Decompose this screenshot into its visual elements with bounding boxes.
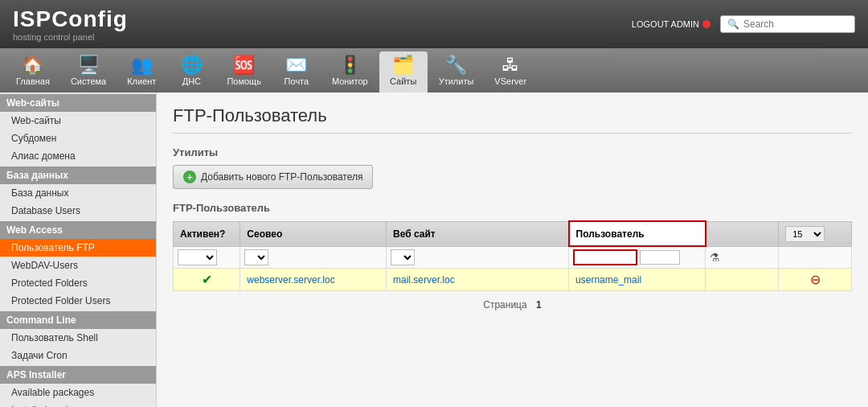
per-page-select[interactable]: 15 25 50 100	[785, 226, 825, 242]
table-header-row: Активен? Сеовео Веб сайт Пользователь	[174, 221, 852, 246]
filter-username-extra-input[interactable]	[640, 250, 680, 265]
nav-icon: 🏠	[22, 56, 43, 74]
sidebar-item-задачи-cron[interactable]: Задачи Cron	[0, 347, 156, 364]
pagination: Страница 1	[173, 299, 852, 310]
logout-dot-icon	[702, 20, 710, 28]
header-right: LOGOUT ADMIN 🔍	[632, 15, 855, 33]
nav-item-помощь[interactable]: 🆘 Помощь	[217, 51, 271, 92]
table-filter-row: Да Нет	[174, 246, 852, 269]
nav-icon: 👥	[131, 56, 153, 74]
cell-server: webserver.server.loc	[240, 269, 387, 291]
active-icon: ✔	[202, 273, 212, 286]
cell-extra	[706, 269, 779, 291]
sidebar-section-aps-installer: APS Installer	[0, 366, 156, 384]
nav-icon: ✉️	[285, 56, 307, 74]
nav-label: Система	[71, 76, 106, 86]
sidebar-item-субдомен[interactable]: Субдомен	[0, 130, 156, 147]
ftp-users-table: Активен? Сеовео Веб сайт Пользователь	[173, 220, 852, 291]
logo-title: ISPConfig	[13, 6, 128, 32]
search-box: 🔍	[720, 15, 855, 33]
sidebar-item-база-данных[interactable]: База данных	[0, 184, 156, 202]
col-header-perpage: 15 25 50 100	[779, 221, 852, 246]
header: ISPConfig hosting control panel LOGOUT A…	[0, 0, 868, 48]
utilities-label: Утилиты	[173, 146, 852, 158]
delete-icon[interactable]: ⊖	[810, 273, 821, 286]
content-area: FTP-Пользователь Утилиты + Добавить ново…	[157, 92, 868, 407]
nav-label: Утилиты	[439, 76, 474, 86]
cell-actions: ⊖	[779, 269, 852, 291]
sidebar: Web-сайтыWeb-сайтыСубдоменАлиас доменаБа…	[0, 92, 157, 407]
nav-label: Монитор	[332, 76, 368, 86]
sidebar-item-available-packages[interactable]: Available packages	[0, 384, 156, 401]
col-header-active: Активен?	[174, 221, 240, 246]
nav-label: ДНС	[182, 76, 201, 86]
filter-website-select[interactable]	[391, 249, 415, 265]
nav-item-сайты[interactable]: 🗂️ Сайты	[379, 51, 428, 92]
col-header-extra	[706, 221, 779, 246]
filter-username	[569, 246, 706, 269]
nav-icon: 🗂️	[392, 56, 414, 74]
col-header-website: Веб сайт	[386, 221, 568, 246]
col-header-username: Пользователь	[569, 221, 706, 246]
search-input[interactable]	[743, 18, 848, 30]
sidebar-item-protected-folders[interactable]: Protected Folders	[0, 274, 156, 292]
nav-item-клиент[interactable]: 👥 Клиент	[117, 51, 166, 92]
filter-server	[240, 246, 387, 269]
logo-tagline: hosting control panel	[13, 32, 128, 42]
nav-item-главная[interactable]: 🏠 Главная	[6, 51, 59, 92]
nav-icon: 🚦	[339, 56, 361, 74]
username-link[interactable]: username_mail	[575, 274, 641, 286]
sidebar-item-protected-folder-users[interactable]: Protected Folder Users	[0, 292, 156, 310]
nav-label: Почта	[285, 76, 309, 86]
nav-label: Помощь	[227, 76, 261, 86]
table-section-label: FTP-Пользователь	[173, 202, 852, 214]
sidebar-section-command-line: Command Line	[0, 311, 156, 329]
filter-server-select[interactable]	[244, 249, 268, 265]
add-ftp-user-button[interactable]: + Добавить нового FTP-Пользователя	[173, 165, 373, 189]
nav-item-утилиты[interactable]: 🔧 Утилиты	[429, 51, 484, 92]
nav-icon: 🖥️	[78, 56, 100, 74]
filter-icon[interactable]: ⚗	[710, 251, 720, 264]
logout-button[interactable]: LOGOUT ADMIN	[632, 19, 710, 29]
logo-area: ISPConfig hosting control panel	[13, 6, 128, 42]
sidebar-item-installed-packages[interactable]: Installed packages	[0, 401, 156, 407]
filter-extra: ⚗	[706, 246, 779, 269]
filter-perpage	[779, 246, 852, 269]
pagination-label: Страница	[483, 299, 526, 310]
sidebar-section-база-данных: База данных	[0, 166, 156, 184]
logout-label: LOGOUT ADMIN	[632, 19, 699, 29]
filter-username-input[interactable]	[573, 249, 637, 265]
nav-icon: 🌐	[181, 56, 203, 74]
sidebar-item-алиас-домена[interactable]: Алиас домена	[0, 147, 156, 165]
nav-item-почта[interactable]: ✉️ Почта	[272, 51, 321, 92]
sidebar-item-пользователь-shell[interactable]: Пользователь Shell	[0, 329, 156, 347]
cell-website: mail.server.loc	[386, 269, 568, 291]
server-link[interactable]: webserver.server.loc	[247, 274, 334, 286]
nav-label: Главная	[16, 76, 50, 86]
nav-item-vserver[interactable]: 🖧 VServer	[485, 51, 536, 92]
navbar: 🏠 Главная🖥️ Система👥 Клиент🌐 ДНС🆘 Помощь…	[0, 48, 868, 92]
add-button-label: Добавить нового FTP-Пользователя	[201, 171, 362, 183]
sidebar-item-database-users[interactable]: Database Users	[0, 202, 156, 220]
sidebar-item-web-сайты[interactable]: Web-сайты	[0, 112, 156, 130]
nav-item-днс[interactable]: 🌐 ДНС	[167, 51, 215, 92]
nav-label: Клиент	[127, 76, 156, 86]
filter-active: Да Нет	[174, 246, 240, 269]
page-title: FTP-Пользователь	[173, 105, 852, 134]
nav-label: Сайты	[390, 76, 416, 86]
sidebar-section-web-сайты: Web-сайты	[0, 94, 156, 112]
filter-active-select[interactable]: Да Нет	[178, 249, 217, 265]
nav-icon: 🆘	[233, 56, 255, 74]
pagination-current: 1	[536, 299, 542, 310]
filter-website	[386, 246, 568, 269]
main-layout: Web-сайтыWeb-сайтыСубдоменАлиас доменаБа…	[0, 92, 868, 407]
nav-item-система[interactable]: 🖥️ Система	[61, 51, 116, 92]
website-link[interactable]: mail.server.loc	[393, 274, 455, 286]
sidebar-item-webdav-users[interactable]: WebDAV-Users	[0, 257, 156, 274]
cell-active: ✔	[174, 269, 240, 291]
nav-icon: 🔧	[445, 56, 467, 74]
sidebar-item-пользователь-ftp[interactable]: Пользователь FTP	[0, 239, 156, 257]
nav-item-монитор[interactable]: 🚦 Монитор	[322, 51, 378, 92]
col-header-server: Сеовео	[240, 221, 387, 246]
cell-username: username_mail	[569, 269, 706, 291]
